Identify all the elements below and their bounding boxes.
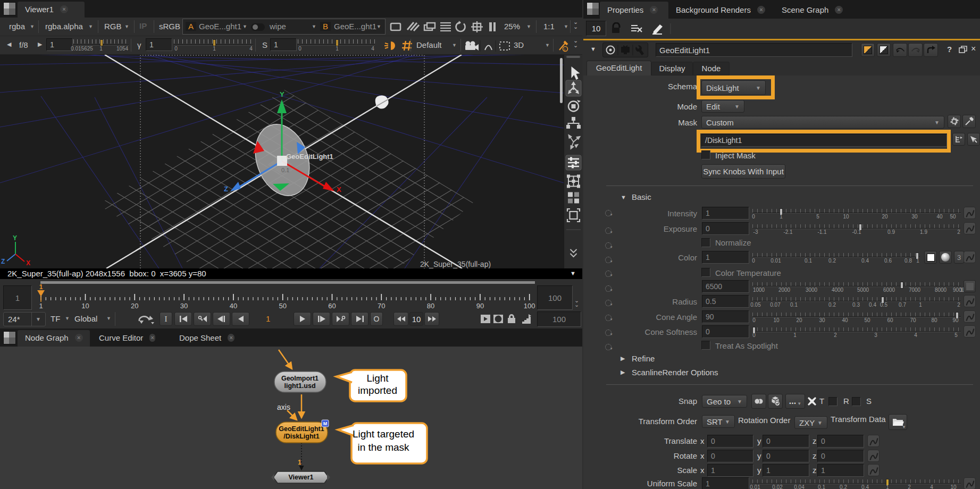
svg-text:GeoEditLight1: GeoEditLight1	[279, 425, 324, 433]
svg-text:80: 80	[427, 302, 434, 310]
svg-text:/DiskLight1: /DiskLight1	[283, 433, 319, 440]
svg-text:X: X	[26, 259, 30, 267]
svg-text:0.1: 0.1	[281, 167, 289, 173]
svg-text:20: 20	[131, 302, 138, 310]
svg-text:100: 100	[524, 302, 535, 310]
svg-text:imported: imported	[358, 385, 397, 396]
svg-text:60: 60	[328, 302, 336, 310]
svg-text:1: 1	[39, 283, 43, 291]
svg-text:1: 1	[39, 302, 43, 310]
svg-text:axis: axis	[277, 403, 290, 411]
svg-text:90: 90	[476, 302, 484, 310]
svg-text:Y: Y	[13, 234, 17, 242]
svg-text:10: 10	[81, 302, 89, 310]
svg-text:light1.usd: light1.usd	[284, 382, 315, 390]
svg-text:i: i	[564, 47, 565, 52]
svg-text:2K_Super_35(full-ap): 2K_Super_35(full-ap)	[420, 260, 491, 268]
svg-text:in the mask: in the mask	[357, 442, 409, 453]
svg-text:Light targeted: Light targeted	[353, 428, 414, 440]
svg-text:70: 70	[378, 302, 385, 310]
svg-text:Viewer1: Viewer1	[288, 474, 313, 481]
svg-text:Light: Light	[366, 373, 389, 384]
svg-text:GeoImport1: GeoImport1	[281, 375, 319, 382]
svg-text:Z: Z	[224, 185, 228, 193]
svg-text:50: 50	[279, 302, 286, 310]
svg-text:30: 30	[180, 302, 188, 310]
svg-text:M: M	[323, 421, 328, 426]
svg-text:40: 40	[230, 302, 237, 310]
svg-text:Z: Z	[1, 258, 5, 265]
svg-text:GeoEditLight1: GeoEditLight1	[286, 153, 333, 161]
svg-text:X: X	[337, 186, 341, 193]
svg-text:1: 1	[298, 459, 301, 466]
svg-text:Y: Y	[280, 90, 284, 98]
